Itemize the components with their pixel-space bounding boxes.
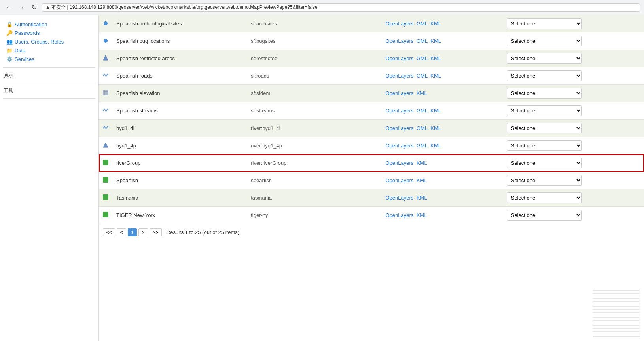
layer-format-select[interactable]: Select onePNGJPEGGIFSVGTIFFPDF <box>507 70 582 81</box>
zigzag-icon <box>103 125 108 130</box>
link-openlayers[interactable]: OpenLayers <box>386 21 414 27</box>
layer-format-select[interactable]: Select onePNGJPEGGIFSVGTIFFPDF <box>507 140 582 151</box>
page-1-button[interactable]: 1 <box>128 228 137 236</box>
link-kml[interactable]: KML <box>417 212 427 218</box>
link-kml[interactable]: KML <box>417 177 427 183</box>
link-openlayers[interactable]: OpenLayers <box>386 160 414 166</box>
layer-format-select[interactable]: Select onePNGJPEGGIFSVGTIFFPDF <box>507 105 582 116</box>
svg-rect-9 <box>103 194 108 200</box>
point-icon <box>104 39 108 43</box>
layer-name: Spearfish elevation <box>112 85 247 102</box>
link-openlayers[interactable]: OpenLayers <box>386 125 414 131</box>
table-row: Spearfish streamssf:streamsOpenLayers GM… <box>99 102 644 120</box>
prev-page-button[interactable]: < <box>117 228 126 236</box>
link-gml[interactable]: GML <box>417 38 428 44</box>
qr-image <box>593 290 640 337</box>
link-gml[interactable]: GML <box>417 143 428 149</box>
first-page-button[interactable]: << <box>103 228 115 236</box>
svg-rect-8 <box>103 177 108 183</box>
link-gml[interactable]: GML <box>417 108 428 114</box>
back-button[interactable]: ← <box>4 3 13 12</box>
sidebar: 🔒 Authentication 🔑 Passwords 👥 Users, Gr… <box>0 15 99 341</box>
layer-format-select[interactable]: Select onePNGJPEGGIFSVGTIFFPDF <box>507 88 582 99</box>
address-bar[interactable] <box>42 3 640 12</box>
layer-format-select[interactable]: Select onePNGJPEGGIFSVGTIFFPDF <box>507 18 582 29</box>
polygon-icon <box>103 142 108 148</box>
layer-format-select-cell: Select onePNGJPEGGIFSVGTIFFPDF <box>503 137 644 154</box>
table-row: riverGroupriver:riverGroupOpenLayers KML… <box>99 154 644 172</box>
link-kml[interactable]: KML <box>417 195 427 201</box>
layer-icon-cell <box>99 154 112 172</box>
link-openlayers[interactable]: OpenLayers <box>386 143 414 149</box>
layer-name: Tasmania <box>112 189 247 207</box>
group-icon <box>103 160 108 165</box>
link-kml[interactable]: KML <box>417 160 427 166</box>
sidebar-divider-2 <box>3 83 95 83</box>
svg-marker-6 <box>103 143 108 147</box>
link-openlayers[interactable]: OpenLayers <box>386 195 414 201</box>
layer-format-select[interactable]: Select onePNGJPEGGIFSVGTIFFPDF <box>507 210 582 221</box>
raster-icon <box>103 90 108 95</box>
sidebar-item-passwords[interactable]: 🔑 Passwords <box>3 29 95 37</box>
table-row: TasmaniatasmaniaOpenLayers KMLSelect one… <box>99 189 644 207</box>
link-kml[interactable]: KML <box>430 125 441 131</box>
layer-format-select[interactable]: Select onePNGJPEGGIFSVGTIFFPDF <box>507 53 582 64</box>
pagination-text: Results 1 to 25 (out of 25 items) <box>167 229 239 235</box>
layer-name: Spearfish roads <box>112 67 247 85</box>
layer-format-select[interactable]: Select onePNGJPEGGIFSVGTIFFPDF <box>507 175 582 186</box>
layer-name: Spearfish archeological sites <box>112 15 247 32</box>
layer-format-select[interactable]: Select onePNGJPEGGIFSVGTIFFPDF <box>507 123 582 133</box>
link-openlayers[interactable]: OpenLayers <box>386 177 414 183</box>
link-gml[interactable]: GML <box>417 73 428 79</box>
link-kml[interactable]: KML <box>430 55 441 61</box>
svg-rect-10 <box>103 212 108 217</box>
link-gml[interactable]: GML <box>417 125 428 131</box>
link-openlayers[interactable]: OpenLayers <box>386 73 414 79</box>
layer-workspace-id: sf:roads <box>247 67 381 85</box>
last-page-button[interactable]: >> <box>150 228 162 236</box>
layer-format-select[interactable]: Select onePNGJPEGGIFSVGTIFFPDF <box>507 192 582 203</box>
layer-format-select[interactable]: Select onePNGJPEGGIFSVGTIFFPDF <box>507 158 582 168</box>
link-kml[interactable]: KML <box>430 38 441 44</box>
sidebar-item-services[interactable]: ⚙️ Services <box>3 55 95 63</box>
layer-links: OpenLayers GML KML <box>382 32 503 50</box>
link-openlayers[interactable]: OpenLayers <box>386 90 414 96</box>
link-openlayers[interactable]: OpenLayers <box>386 212 414 218</box>
svg-marker-0 <box>103 55 108 60</box>
link-gml[interactable]: GML <box>417 55 428 61</box>
link-kml[interactable]: KML <box>430 21 441 27</box>
zigzag-icon <box>103 107 108 113</box>
sidebar-item-tools[interactable]: 工具 <box>0 86 98 96</box>
services-icon: ⚙️ <box>6 56 13 62</box>
polygon-icon <box>103 55 108 61</box>
link-openlayers[interactable]: OpenLayers <box>386 108 414 114</box>
reload-button[interactable]: ↻ <box>29 3 39 12</box>
link-gml[interactable]: GML <box>417 21 428 27</box>
layer-format-select-cell: Select onePNGJPEGGIFSVGTIFFPDF <box>503 207 644 224</box>
layer-icon-cell <box>99 120 112 137</box>
layer-links: OpenLayers KML <box>382 207 503 224</box>
layer-workspace-id: river:riverGroup <box>247 154 381 172</box>
layer-links: OpenLayers GML KML <box>382 120 503 137</box>
layer-name: Spearfish bug locations <box>112 32 247 50</box>
link-kml[interactable]: KML <box>417 90 427 96</box>
link-openlayers[interactable]: OpenLayers <box>386 38 414 44</box>
next-page-button[interactable]: > <box>138 228 148 236</box>
users-icon: 👥 <box>6 38 13 45</box>
sidebar-item-demo[interactable]: 演示 <box>0 70 98 80</box>
forward-button[interactable]: → <box>17 3 26 12</box>
layer-format-select[interactable]: Select onePNGJPEGGIFSVGTIFFPDF <box>507 36 582 46</box>
link-openlayers[interactable]: OpenLayers <box>386 55 414 61</box>
sidebar-item-users[interactable]: 👥 Users, Groups, Roles <box>3 37 95 46</box>
link-kml[interactable]: KML <box>430 143 441 149</box>
group-icon <box>103 177 108 183</box>
layer-icon-cell <box>99 32 112 50</box>
link-kml[interactable]: KML <box>430 108 441 114</box>
link-kml[interactable]: KML <box>430 73 441 79</box>
sidebar-item-data[interactable]: 📁 Data <box>3 46 95 55</box>
table-row: Spearfish restricted areassf:restrictedO… <box>99 50 644 67</box>
qr-code <box>593 290 640 337</box>
group-icon <box>103 194 108 200</box>
layer-links: OpenLayers KML <box>382 85 503 102</box>
sidebar-item-authentication[interactable]: 🔒 Authentication <box>3 20 95 29</box>
